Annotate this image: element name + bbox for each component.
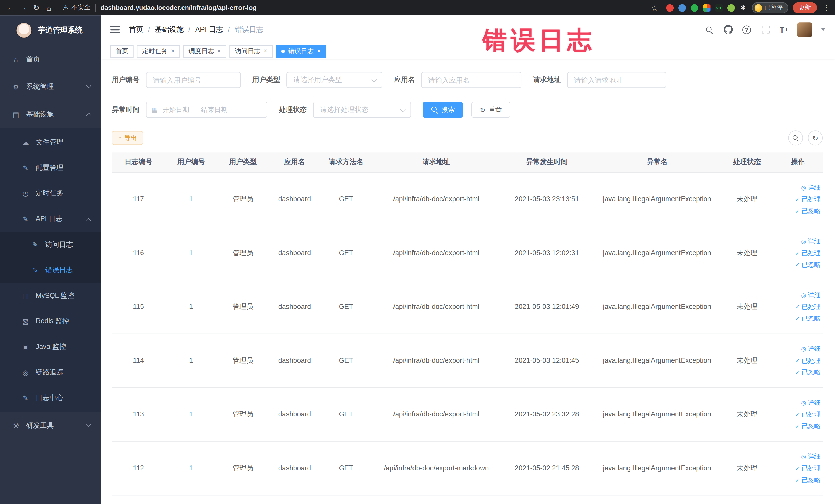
update-button[interactable]: 更新 [793,2,817,13]
ignored-link[interactable]: ✓已忽略 [775,259,821,270]
sidebar-item-java-monitor[interactable]: ▣ Java 监控 [0,334,101,360]
action-label: 详细 [808,397,821,408]
app-name-input[interactable] [421,72,521,88]
ignored-link[interactable]: ✓已忽略 [775,205,821,217]
user-type-select[interactable]: 请选择用户类型 [286,72,382,88]
user-type-placeholder: 请选择用户类型 [293,75,342,85]
processed-link[interactable]: ✓已处理 [775,193,821,205]
sidebar-item-mysql-monitor[interactable]: ▦ MySQL 监控 [0,283,101,309]
sidebar-toggle-icon[interactable] [110,26,120,33]
tab-access-log[interactable]: 访问日志 × [229,45,272,57]
col-user-type: 用户类型 [217,152,269,172]
processed-link[interactable]: ✓已处理 [775,355,821,366]
breadcrumb-api-log[interactable]: API 日志 [195,25,223,34]
browser-home-icon[interactable]: ⌂ [43,1,56,14]
font-size-icon[interactable]: TT [778,24,789,35]
sidebar-item-home[interactable]: ⌂ 首页 [0,45,101,73]
sidebar-item-error-log[interactable]: ✎ 错误日志 [0,257,101,283]
detail-link[interactable]: ◎详细 [775,181,821,193]
extension-icon-leaf[interactable] [727,4,735,12]
processed-link[interactable]: ✓已处理 [775,408,821,420]
close-icon[interactable]: × [264,48,267,55]
check-icon: ✓ [795,474,800,485]
tab-home[interactable]: 首页 [110,45,134,57]
sidebar-item-log-center[interactable]: ✎ 日志中心 [0,385,101,411]
sidebar-item-system[interactable]: ⚙ 系统管理 [0,73,101,101]
close-icon[interactable]: × [217,48,221,55]
extension-icon-green[interactable] [691,4,698,12]
reload-icon[interactable]: ↻ [30,1,43,14]
extension-icon-grid[interactable] [702,4,710,12]
security-label[interactable]: 不安全 [72,3,90,12]
bookmark-star-icon[interactable]: ☆ [648,1,661,14]
search-toggle-button[interactable] [788,130,803,145]
extension-icon-on[interactable]: on [715,4,722,12]
request-url-input[interactable] [567,72,666,88]
app-logo[interactable]: 芋道管理系统 [0,15,101,45]
sidebar-item-api-log[interactable]: ✎ API 日志 [0,206,101,232]
check-icon: ✓ [795,259,800,270]
sidebar-item-redis-monitor[interactable]: ▧ Redis 监控 [0,308,101,334]
cell-method: GET [320,334,372,387]
processed-link[interactable]: ✓已处理 [775,301,821,313]
processed-link[interactable]: ✓已处理 [775,462,821,474]
tab-dispatch-log[interactable]: 调度日志 × [183,45,226,57]
extension-icon-paw[interactable]: ✱ [739,4,747,12]
sidebar-item-access-log[interactable]: ✎ 访问日志 [0,231,101,257]
detail-link[interactable]: ◎详细 [775,450,821,462]
sidebar-item-infrastructure[interactable]: ▤ 基础设施 [0,101,101,128]
search-icon[interactable] [704,24,715,35]
fullscreen-icon[interactable] [760,24,770,35]
tab-scheduled-jobs[interactable]: 定时任务 × [137,45,180,57]
paused-badge[interactable]: 已暂停 [752,2,788,13]
sidebar-item-label: MySQL 监控 [36,291,74,300]
sidebar-item-label: 配置管理 [36,163,63,173]
ignored-link[interactable]: ✓已忽略 [775,366,821,378]
close-icon[interactable]: × [317,48,321,55]
sidebar-item-config-management[interactable]: ✎ 配置管理 [0,155,101,181]
cell-actions: ◎详细 ✓已处理 ✓已忽略 [773,334,823,387]
process-status-select[interactable]: 请选择处理状态 [313,102,411,118]
check-icon: ✓ [795,420,800,432]
browser-menu-icon[interactable]: ⋮ [822,4,831,12]
github-icon[interactable] [722,24,733,35]
user-avatar[interactable] [797,22,812,37]
url-text[interactable]: dashboard.yudao.iocoder.cn/infra/log/api… [101,4,257,12]
forward-icon[interactable]: → [17,1,30,14]
back-icon[interactable]: ← [4,1,17,14]
ignored-link[interactable]: ✓已忽略 [775,474,821,485]
date-range-picker[interactable]: ▦ 开始日期 - 结束日期 [146,102,267,118]
detail-link[interactable]: ◎详细 [775,343,821,355]
detail-link[interactable]: ◎详细 [775,289,821,301]
avatar-caret-icon[interactable] [821,28,826,31]
cell-actions: ◎详细 ✓已处理 ✓已忽略 [773,226,823,280]
refresh-button[interactable]: ↻ [808,130,823,145]
extension-icon-red[interactable] [666,4,673,12]
sidebar-item-trace[interactable]: ◎ 链路追踪 [0,360,101,385]
extension-icon-blue[interactable] [678,4,686,12]
cell-log-id: 115 [112,280,165,334]
user-id-input[interactable] [146,72,241,88]
sidebar-item-file-management[interactable]: ☁ 文件管理 [0,129,101,155]
help-icon[interactable]: ? [741,24,752,35]
close-icon[interactable]: × [171,48,175,55]
tab-error-log[interactable]: 错误日志 × [276,45,326,57]
detail-link[interactable]: ◎详细 [775,397,821,408]
detail-link[interactable]: ◎详细 [775,235,821,247]
processed-link[interactable]: ✓已处理 [775,247,821,259]
col-app-name: 应用名 [269,152,320,172]
sidebar-item-label: 系统管理 [26,82,54,92]
cell-user-type: 管理员 [217,334,269,387]
breadcrumb-home[interactable]: 首页 [129,25,143,34]
ignored-link[interactable]: ✓已忽略 [775,313,821,324]
ignored-link[interactable]: ✓已忽略 [775,420,821,432]
breadcrumb-infrastructure[interactable]: 基础设施 [155,25,184,34]
search-button[interactable]: 搜索 [423,102,463,118]
address-bar[interactable]: ⚠ 不安全 dashboard.yudao.iocoder.cn/infra/l… [63,3,648,12]
reset-button[interactable]: ↻ 重置 [471,102,510,118]
sidebar-item-scheduled-jobs[interactable]: ◷ 定时任务 [0,181,101,206]
sidebar-item-devtools[interactable]: ⚒ 研发工具 [0,412,101,440]
export-button[interactable]: ↑ 导出 [112,131,143,145]
cloud-icon: ☁ [21,138,30,146]
cell-method: GET [320,387,372,441]
